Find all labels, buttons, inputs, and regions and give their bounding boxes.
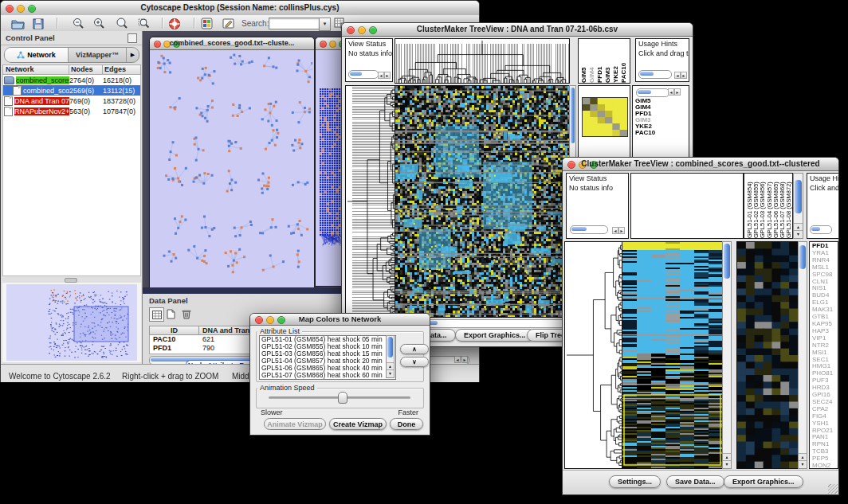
zoom-out-icon[interactable] [71,17,85,30]
tabs-overflow-button[interactable]: ▶ [126,48,139,62]
zoom-matrix-canvas[interactable] [582,97,628,137]
export-graphics-button[interactable]: Export Graphics... [724,475,803,488]
usage-hints-title: Usage Hints [807,174,838,183]
gene-label[interactable]: MON2 [812,463,838,469]
save-icon[interactable] [31,17,45,30]
zoom-vscrollbar[interactable]: ▴ ▾ [798,241,807,469]
move-down-button[interactable]: ∨ [400,357,429,367]
column-vscrollbar[interactable]: ▴ ▾ [793,173,803,239]
attribute-list-label: Attribute List [257,327,302,335]
scroll-down-icon[interactable]: ▾ [723,460,731,468]
zoom-selected-icon[interactable] [136,17,151,30]
column-label[interactable]: YKE2 [612,39,620,83]
scroll-down-icon[interactable]: ▾ [799,460,807,468]
network-view-canvas[interactable] [150,50,312,294]
col-header-id[interactable]: ID [149,326,198,335]
scroll-left-icon[interactable]: ◂ [668,88,674,96]
column-label[interactable]: PFD1 [596,39,604,83]
zoom-heatmap[interactable] [736,241,799,469]
column-label[interactable]: GIM5 [580,39,588,83]
export-graphics-button[interactable]: Export Graphics... [455,329,535,342]
column-label[interactable]: GPL51-08 (GSM872) [785,175,791,238]
attribute-item[interactable]: GPL51-07 (GSM868) heat shock 60 min [260,372,395,379]
trash-icon[interactable] [179,307,193,320]
search-input[interactable] [269,18,320,29]
column-label[interactable]: GIM3 [604,39,612,83]
create-vizmap-button[interactable]: Create Vizmap [329,418,387,430]
done-button[interactable]: Done [390,418,423,430]
heatmap-vscrollbar[interactable]: ▴ ▾ [722,241,732,469]
open-folder-icon[interactable] [10,17,25,30]
network-overview-canvas[interactable] [6,284,137,361]
column-label[interactable]: GPL51-03 (GSM856) [759,175,765,238]
scroll-right-icon[interactable]: ▸ [461,356,468,363]
minimize-button[interactable] [329,41,336,48]
treeview1-titlebar[interactable]: ClusterMaker TreeView : DNA and Tran 07-… [342,23,693,37]
usage-hints-text: Click and dr [807,183,838,193]
column-dendrogram[interactable] [395,38,570,84]
dialog-titlebar[interactable]: Map Colors to Network [250,314,430,326]
lifesaver-help-icon[interactable] [167,17,182,30]
row-dendrogram[interactable] [345,85,396,318]
animate-vizmap-button[interactable]: Animate Vizmap [264,418,326,430]
mini-hscrollbar[interactable] [570,225,608,234]
network-frame-1[interactable]: combined_scores_good.txt--cluste... [149,37,315,295]
scroll-down-icon[interactable]: ▾ [387,369,394,377]
col-header-network[interactable]: Network [2,64,69,75]
column-label[interactable]: GPL51-04 (GSM857) [766,175,772,238]
scroll-left-icon[interactable]: ◂ [454,356,461,363]
settings-button[interactable]: Settings... [609,475,661,488]
annotation-icon[interactable] [222,17,236,30]
scroll-left-icon[interactable]: ◂ [612,227,618,234]
toolbar-separator [162,18,163,29]
scroll-right-icon[interactable]: ▸ [384,72,391,79]
scroll-down-icon[interactable]: ▾ [794,230,803,238]
network-row-rnapubernov2[interactable]: RNAPuberNov2+563(0)107847(0) [3,106,140,116]
col-header-nodes[interactable]: Nodes [69,64,102,75]
row-label[interactable]: PAC10 [635,130,655,136]
network-row-dna-and-tran-07[interactable]: DNA and Tran 07769(0)183728(0) [3,96,140,106]
mini-hscrollbar[interactable] [348,70,379,79]
mini-hscrollbar[interactable] [638,70,672,79]
col-header-edges[interactable]: Edges [102,64,141,75]
row-dendrogram[interactable] [564,241,623,469]
network-row-combined-sco[interactable]: combined_sco2569(6)13112(15) [3,85,140,96]
scroll-left-icon[interactable]: ◂ [674,72,681,79]
scroll-right-icon[interactable]: ▸ [618,227,625,234]
network-row-combined-scores[interactable]: combined_scores_2764(0)16218(0) [3,75,140,85]
network-name: combined_scores_ [16,76,69,84]
search-dropdown-icon[interactable]: ▼ [319,18,331,31]
float-panel-icon[interactable] [128,33,137,43]
main-titlebar[interactable]: Cytoscape Desktop (Session Name: collins… [1,1,479,16]
tab-vizmapper[interactable]: VizMapper™ [69,48,126,62]
scroll-right-icon[interactable]: ▸ [674,88,681,96]
global-heatmap[interactable] [395,85,570,318]
zoom-in-icon[interactable] [92,17,106,30]
column-label[interactable]: PAC10 [620,39,628,83]
column-label[interactable]: GPL51-01 (GSM854) [746,175,752,238]
column-label[interactable]: GIM4 [588,39,596,83]
move-up-button[interactable]: ∧ [400,344,429,354]
attribute-table-icon[interactable] [149,307,164,322]
attribute-list[interactable]: GPL51-01 (GSM854) heat shock 05 minGPL51… [259,335,396,380]
mini-hscrollbar[interactable] [810,225,832,234]
column-label[interactable]: GPL51-07 (GSM868) [779,175,785,238]
treeview2-titlebar[interactable]: ClusterMaker TreeView : combined_scores_… [563,158,838,171]
global-heatmap[interactable] [622,241,724,469]
new-attribute-icon[interactable] [164,307,178,320]
save-data-button[interactable]: Save Data... [666,475,724,488]
speed-slider-thumb[interactable] [338,392,347,404]
edge-count: 16218(0) [103,76,139,84]
zoom-fit-icon[interactable] [114,17,128,30]
scroll-left-icon[interactable]: ◂ [378,72,384,79]
resize-grip[interactable] [828,484,838,494]
column-dendrogram-panel[interactable] [630,173,744,239]
column-label[interactable]: GPL51-06 (GSM865) [772,175,779,238]
mini-hscrollbar[interactable] [636,88,669,97]
tab-network[interactable]: Network [5,48,69,62]
scroll-right-icon[interactable]: ▸ [681,72,687,79]
attribute-list-vscrollbar[interactable]: ▴ ▾ [386,335,395,378]
network-name: combined_sco [23,87,69,95]
vizmapper-icon[interactable] [199,17,214,30]
close-button[interactable] [320,41,327,48]
